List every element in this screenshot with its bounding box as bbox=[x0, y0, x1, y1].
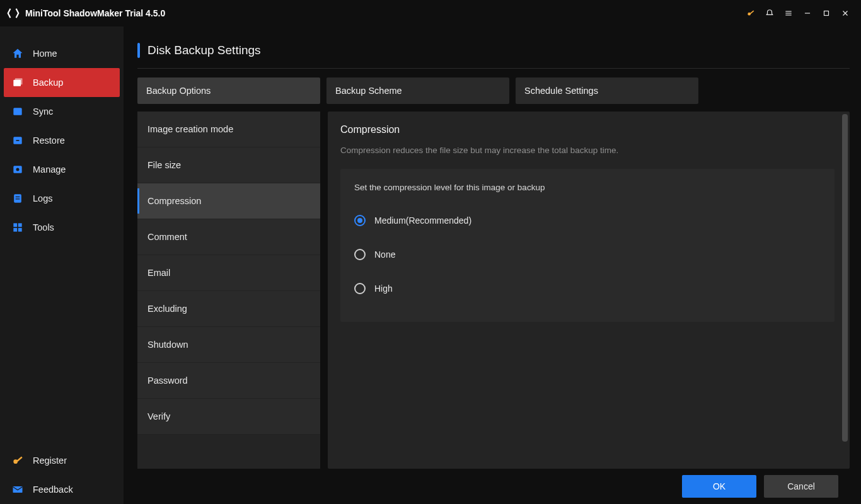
mail-icon bbox=[11, 483, 24, 496]
radio-high[interactable]: High bbox=[354, 274, 821, 303]
sidebar-item-label: Register bbox=[33, 455, 67, 466]
svg-rect-10 bbox=[15, 78, 23, 84]
option-comment[interactable]: Comment bbox=[137, 219, 320, 255]
manage-icon bbox=[11, 163, 24, 176]
svg-rect-18 bbox=[13, 223, 17, 227]
sidebar: Home Backup Sync Restore Manage bbox=[0, 26, 124, 504]
sidebar-item-restore[interactable]: Restore bbox=[0, 126, 124, 155]
sync-icon bbox=[11, 105, 24, 118]
panel-box: Set the compression level for this image… bbox=[340, 169, 835, 322]
panel-description: Compression reduces the file size but ma… bbox=[340, 146, 835, 155]
radio-icon bbox=[354, 283, 366, 294]
svg-rect-20 bbox=[13, 228, 17, 232]
backup-icon bbox=[11, 76, 24, 89]
sidebar-item-tools[interactable]: Tools bbox=[0, 213, 124, 242]
scrollbar[interactable] bbox=[842, 114, 848, 442]
option-email[interactable]: Email bbox=[137, 255, 320, 291]
option-password[interactable]: Password bbox=[137, 363, 320, 399]
ok-button[interactable]: OK bbox=[682, 475, 756, 498]
settings-panel: Compression Compression reduces the file… bbox=[328, 112, 850, 469]
cancel-button[interactable]: Cancel bbox=[764, 475, 838, 498]
option-excluding[interactable]: Excluding bbox=[137, 291, 320, 327]
app-logo-icon bbox=[6, 6, 20, 20]
radio-none[interactable]: None bbox=[354, 240, 821, 269]
tab-backup-scheme[interactable]: Backup Scheme bbox=[326, 77, 509, 104]
option-file-size[interactable]: File size bbox=[137, 147, 320, 183]
radio-icon bbox=[354, 249, 366, 260]
titlebar: MiniTool ShadowMaker Trial 4.5.0 bbox=[0, 0, 861, 26]
sidebar-item-label: Logs bbox=[33, 193, 52, 203]
minimize-button[interactable] bbox=[798, 4, 817, 23]
svg-point-22 bbox=[13, 459, 18, 464]
tab-schedule-settings[interactable]: Schedule Settings bbox=[516, 77, 698, 104]
svg-rect-1 bbox=[750, 11, 754, 14]
sidebar-item-label: Tools bbox=[33, 222, 54, 232]
option-verify[interactable]: Verify bbox=[137, 399, 320, 435]
svg-rect-6 bbox=[824, 11, 829, 16]
option-image-creation-mode[interactable]: Image creation mode bbox=[137, 112, 320, 147]
sidebar-item-label: Home bbox=[33, 49, 57, 59]
sidebar-item-backup[interactable]: Backup bbox=[4, 68, 120, 97]
sidebar-item-register[interactable]: Register bbox=[0, 446, 124, 475]
radio-label: Medium(Recommended) bbox=[374, 215, 471, 226]
close-button[interactable] bbox=[836, 4, 855, 23]
notification-icon[interactable] bbox=[760, 4, 779, 23]
sidebar-item-feedback[interactable]: Feedback bbox=[0, 475, 124, 504]
key-icon bbox=[11, 454, 24, 467]
app-title: MiniTool ShadowMaker Trial 4.5.0 bbox=[25, 8, 165, 18]
option-compression[interactable]: Compression bbox=[137, 183, 320, 219]
svg-rect-11 bbox=[13, 108, 21, 115]
svg-point-0 bbox=[748, 13, 751, 16]
sidebar-item-label: Sync bbox=[33, 106, 53, 117]
sidebar-item-logs[interactable]: Logs bbox=[0, 184, 124, 213]
license-key-icon[interactable] bbox=[741, 4, 760, 23]
svg-point-14 bbox=[16, 168, 20, 171]
tabs: Backup Options Backup Scheme Schedule Se… bbox=[137, 77, 850, 104]
svg-rect-23 bbox=[16, 457, 22, 462]
sidebar-item-label: Manage bbox=[33, 164, 66, 175]
radio-medium[interactable]: Medium(Recommended) bbox=[354, 206, 821, 235]
panel-heading: Compression bbox=[340, 124, 835, 135]
sidebar-item-sync[interactable]: Sync bbox=[0, 97, 124, 126]
panel-subheading: Set the compression level for this image… bbox=[354, 183, 821, 192]
restore-icon bbox=[11, 134, 24, 147]
sidebar-item-label: Restore bbox=[33, 135, 65, 146]
svg-rect-24 bbox=[13, 486, 23, 493]
sidebar-item-label: Feedback bbox=[33, 484, 73, 495]
accent-bar bbox=[137, 43, 140, 58]
sidebar-item-label: Backup bbox=[33, 77, 63, 88]
footer: OK Cancel bbox=[137, 469, 850, 504]
tools-icon bbox=[11, 221, 24, 234]
radio-label: High bbox=[374, 284, 393, 294]
options-list: Image creation mode File size Compressio… bbox=[137, 112, 320, 469]
radio-icon bbox=[354, 215, 366, 226]
tab-backup-options[interactable]: Backup Options bbox=[137, 77, 320, 104]
option-shutdown[interactable]: Shutdown bbox=[137, 327, 320, 363]
sidebar-item-home[interactable]: Home bbox=[0, 39, 124, 68]
svg-rect-19 bbox=[18, 223, 22, 227]
radio-label: None bbox=[374, 249, 395, 260]
page-title: Disk Backup Settings bbox=[147, 43, 261, 57]
sidebar-item-manage[interactable]: Manage bbox=[0, 155, 124, 184]
svg-rect-21 bbox=[18, 228, 22, 232]
menu-icon[interactable] bbox=[779, 4, 798, 23]
maximize-button[interactable] bbox=[817, 4, 836, 23]
logs-icon bbox=[11, 192, 24, 205]
page-header: Disk Backup Settings bbox=[137, 38, 850, 69]
home-icon bbox=[11, 47, 24, 60]
svg-rect-15 bbox=[14, 194, 21, 202]
